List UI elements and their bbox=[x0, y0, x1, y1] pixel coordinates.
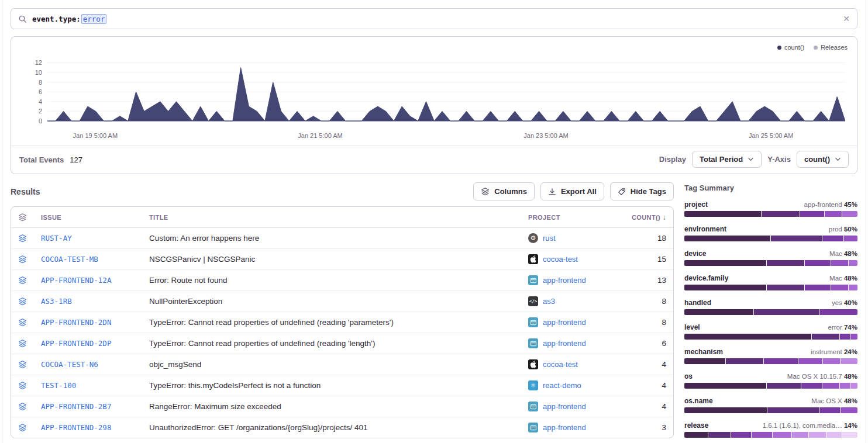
tag-bar-segment[interactable] bbox=[754, 309, 819, 315]
project-link[interactable]: app-frontend bbox=[543, 423, 586, 432]
tag-bar-segment[interactable] bbox=[841, 358, 857, 364]
tag-bar-segment[interactable] bbox=[684, 260, 766, 266]
project-link[interactable]: app-frontend bbox=[543, 402, 586, 411]
tag-distribution-bar[interactable] bbox=[684, 211, 857, 217]
tag-distribution-bar[interactable] bbox=[684, 285, 857, 290]
tag-bar-segment[interactable] bbox=[809, 432, 826, 438]
tag-bar-segment[interactable] bbox=[684, 211, 761, 217]
tag-bar-segment[interactable] bbox=[819, 309, 857, 315]
hide-tags-button[interactable]: Hide Tags bbox=[610, 182, 674, 200]
column-header-issue[interactable]: ISSUE bbox=[34, 207, 142, 228]
tag-bar-segment[interactable] bbox=[762, 211, 799, 217]
issue-link[interactable]: COCOA-TEST-N6 bbox=[41, 360, 98, 369]
tag-bar-segment[interactable] bbox=[850, 383, 857, 389]
tag-bar-segment[interactable] bbox=[798, 358, 822, 364]
tag-bar-segment[interactable] bbox=[805, 285, 831, 290]
project-link[interactable]: app-frontend bbox=[543, 318, 586, 327]
tag-bar-segment[interactable] bbox=[684, 358, 725, 364]
tag-bar-segment[interactable] bbox=[849, 260, 857, 266]
column-header-project[interactable]: PROJECT bbox=[521, 207, 618, 228]
project-link[interactable]: as3 bbox=[543, 297, 555, 306]
table-row: COCOA-TEST-MBNSCGSPanicv | NSCGSPaniccoc… bbox=[11, 249, 673, 270]
tag-bar-segment[interactable] bbox=[844, 236, 857, 241]
tag-bar-segment[interactable] bbox=[731, 432, 752, 438]
tag-bar-segment[interactable] bbox=[840, 334, 850, 340]
tag-bar-segment[interactable] bbox=[684, 383, 766, 389]
issue-link[interactable]: APP-FRONTEND-298 bbox=[41, 423, 111, 432]
project-link[interactable]: cocoa-test bbox=[543, 360, 578, 369]
project-link[interactable]: react-demo bbox=[543, 381, 581, 390]
tag-bar-segment[interactable] bbox=[822, 236, 843, 241]
display-dropdown[interactable]: Total Period bbox=[692, 151, 762, 168]
tag-bar-segment[interactable] bbox=[801, 383, 822, 389]
tag-distribution-bar[interactable] bbox=[684, 309, 857, 315]
issue-link[interactable]: AS3-1RB bbox=[41, 297, 72, 306]
tag-bar-segment[interactable] bbox=[822, 383, 839, 389]
project-link[interactable]: app-frontend bbox=[543, 339, 586, 348]
issue-link[interactable]: APP-FRONTEND-2B7 bbox=[41, 402, 111, 411]
issue-link[interactable]: RUST-AY bbox=[41, 234, 72, 243]
tag-bar-segment[interactable] bbox=[684, 432, 708, 438]
export-all-button[interactable]: Export All bbox=[540, 182, 604, 200]
issue-stack-icon bbox=[18, 234, 27, 243]
tag-distribution-bar[interactable] bbox=[684, 358, 857, 364]
tag-bar-segment[interactable] bbox=[726, 358, 763, 364]
tag-bar-segment[interactable] bbox=[812, 334, 839, 340]
tag-bar-segment[interactable] bbox=[684, 309, 753, 315]
tag-bar-segment[interactable] bbox=[826, 432, 842, 438]
issue-link[interactable]: TEST-100 bbox=[41, 381, 76, 390]
yaxis-dropdown[interactable]: count() bbox=[797, 151, 849, 168]
tag-bar-segment[interactable] bbox=[831, 285, 848, 290]
project-link[interactable]: cocoa-test bbox=[543, 255, 578, 264]
tag-top-percentage: 48% bbox=[844, 275, 857, 282]
issue-link[interactable]: APP-FRONTEND-12A bbox=[41, 276, 111, 285]
columns-button[interactable]: Columns bbox=[473, 182, 535, 200]
tag-distribution-bar[interactable] bbox=[684, 432, 857, 438]
tag-bar-segment[interactable] bbox=[767, 407, 819, 413]
tag-distribution-bar[interactable] bbox=[684, 236, 857, 241]
tag-row: deviceMac 48% bbox=[684, 250, 857, 266]
tag-bar-segment[interactable] bbox=[773, 432, 791, 438]
tag-bar-segment[interactable] bbox=[771, 236, 822, 241]
tag-distribution-bar[interactable] bbox=[684, 334, 857, 340]
tag-bar-segment[interactable] bbox=[767, 260, 804, 266]
search-bar[interactable]: event.type:error ✕ bbox=[11, 8, 857, 29]
tag-distribution-bar[interactable] bbox=[684, 407, 857, 413]
tag-bar-segment[interactable] bbox=[805, 260, 831, 266]
tag-bar-segment[interactable] bbox=[800, 211, 824, 217]
tag-bar-segment[interactable] bbox=[767, 383, 801, 389]
legend-item[interactable]: count() bbox=[777, 44, 804, 51]
legend-item[interactable]: Releases bbox=[814, 44, 848, 51]
x-axis-label: Jan 19 5:00 AM bbox=[73, 132, 118, 139]
tag-distribution-bar[interactable] bbox=[684, 260, 857, 266]
search-input[interactable]: event.type:error bbox=[32, 14, 106, 23]
tag-distribution-bar[interactable] bbox=[684, 383, 857, 389]
issue-link[interactable]: APP-FRONTEND-2DN bbox=[41, 318, 111, 327]
column-header-title[interactable]: TITLE bbox=[142, 207, 521, 228]
tag-bar-segment[interactable] bbox=[819, 407, 840, 413]
tag-bar-segment[interactable] bbox=[849, 285, 857, 290]
tag-bar-segment[interactable] bbox=[792, 432, 809, 438]
tag-bar-segment[interactable] bbox=[684, 334, 811, 340]
tag-bar-segment[interactable] bbox=[831, 260, 848, 266]
tag-bar-segment[interactable] bbox=[823, 358, 840, 364]
tag-bar-segment[interactable] bbox=[850, 334, 857, 340]
issue-link[interactable]: COCOA-TEST-MB bbox=[41, 255, 98, 264]
tag-bar-segment[interactable] bbox=[840, 383, 850, 389]
project-link[interactable]: rust bbox=[543, 234, 556, 243]
project-link[interactable]: app-frontend bbox=[543, 276, 586, 285]
tag-bar-segment[interactable] bbox=[752, 432, 772, 438]
tag-bar-segment[interactable] bbox=[708, 432, 730, 438]
clear-search-icon[interactable]: ✕ bbox=[843, 14, 850, 23]
tag-bar-segment[interactable] bbox=[684, 285, 766, 290]
tag-bar-segment[interactable] bbox=[684, 407, 767, 413]
tag-bar-segment[interactable] bbox=[842, 432, 857, 438]
tag-bar-segment[interactable] bbox=[764, 358, 798, 364]
column-header-count[interactable]: COUNT() ↓ bbox=[618, 207, 673, 228]
tag-bar-segment[interactable] bbox=[841, 407, 857, 413]
tag-bar-segment[interactable] bbox=[842, 211, 857, 217]
tag-bar-segment[interactable] bbox=[825, 211, 842, 217]
issue-link[interactable]: APP-FRONTEND-2DP bbox=[41, 339, 111, 348]
tag-bar-segment[interactable] bbox=[684, 236, 770, 241]
tag-bar-segment[interactable] bbox=[767, 285, 804, 290]
